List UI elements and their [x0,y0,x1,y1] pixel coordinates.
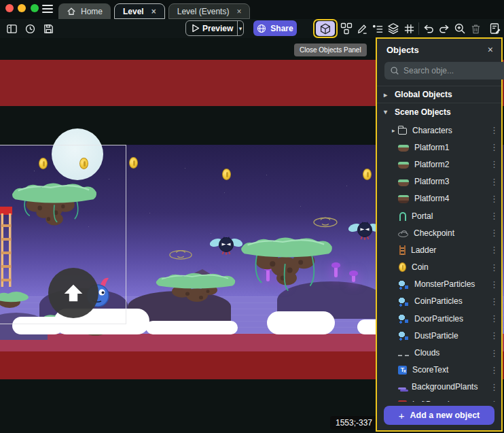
objects-panel-toggle-highlight [313,19,338,38]
redo-icon[interactable] [438,22,450,35]
tab-level[interactable]: Level × [114,3,165,19]
panels-icon[interactable] [5,22,18,35]
section-global-objects[interactable]: ▸ Global Objects [377,86,501,103]
object-label: Platform3 [414,177,490,186]
instances-icon[interactable] [340,22,353,35]
object-menu-button[interactable]: ⋮ [490,313,497,324]
objects-list: ▸Characters⋮Platform1⋮Platform2⋮Platform… [377,120,501,402]
play-icon [192,24,200,33]
object-row-Platform1[interactable]: Platform1⋮ [377,139,501,156]
object-row-MonsterParticles[interactable]: MonsterParticles⋮ [377,276,501,293]
object-row-Platform2[interactable]: Platform2⋮ [377,156,501,173]
object-label: ScoreText [412,365,490,375]
history-icon[interactable] [24,22,36,35]
checkpoint-icon [398,232,408,237]
add-object-label: Add a new object [410,411,480,420]
close-window-button[interactable] [5,4,14,12]
cloud-sprite [146,321,238,334]
object-row-Clouds[interactable]: Clouds⋮ [377,344,501,361]
object-row-DustParticle[interactable]: DustParticle⋮ [377,327,501,344]
object-label: Platform4 [414,194,490,203]
object-menu-button[interactable]: ⋮ [490,159,497,169]
clouds-icon [398,355,409,356]
object-label: Platform2 [414,160,490,169]
objects-panel-icon[interactable] [316,21,335,36]
ladder-icon [399,245,406,255]
object-menu-button[interactable]: ⋮ [490,262,497,273]
object-menu-button[interactable]: ⋮ [490,177,497,187]
coin-sprite[interactable] [129,157,138,169]
object-row-DoorParticles[interactable]: DoorParticles⋮ [377,310,501,327]
object-row-Platform4[interactable]: Platform4⋮ [377,190,501,207]
platform2-sprite[interactable] [155,269,236,309]
close-panel-icon[interactable]: × [488,44,493,55]
object-menu-button[interactable]: ⋮ [490,365,497,375]
preview-button[interactable]: Preview ▾ [185,20,244,36]
share-label: Share [270,24,293,33]
pencil-icon[interactable] [356,22,368,35]
platform-grass-icon [398,179,409,186]
tab-label: Level (Events) [177,7,230,16]
object-menu-button[interactable]: ⋮ [490,125,497,135]
plus-icon: + [399,410,405,421]
object-row-LeftBoundary[interactable]: LeftBoundary⋮ [377,396,501,402]
object-label: Platform1 [414,143,490,152]
search-box[interactable] [384,62,504,80]
object-menu-button[interactable]: ⋮ [490,382,497,392]
platform-grass-icon [398,145,409,152]
menu-hamburger-icon[interactable] [42,5,53,14]
add-object-button[interactable]: + Add a new object [384,406,494,425]
tab-level-events[interactable]: Level (Events) × [168,3,251,19]
coin-sprite[interactable] [222,169,231,180]
coin-sprite[interactable] [363,169,372,180]
object-label: Ladder [411,245,490,255]
object-menu-button[interactable]: ⋮ [490,399,497,402]
close-tab-icon[interactable]: × [236,7,241,16]
tab-bar: Home Level × Level (Events) × [58,3,250,19]
object-menu-button[interactable]: ⋮ [490,228,497,238]
particles-icon [398,331,409,341]
section-scene-objects[interactable]: ▾ Scene Objects [377,103,501,120]
object-row-ScoreText[interactable]: TScoreText⋮ [377,362,501,379]
object-menu-button[interactable]: ⋮ [490,245,497,255]
chevron-right-icon: ▸ [384,91,389,99]
maximize-window-button[interactable] [31,4,39,12]
trash-icon[interactable] [469,22,482,35]
object-menu-button[interactable]: ⋮ [490,330,497,341]
chevron-down-icon[interactable]: ▾ [238,25,243,32]
zoom-in-icon[interactable] [454,22,466,35]
grid-icon[interactable] [403,22,415,35]
search-input[interactable] [403,66,504,75]
share-button[interactable]: Share [253,20,297,36]
object-menu-button[interactable]: ⋮ [490,194,497,204]
object-row-Portal[interactable]: Portal⋮ [377,207,501,224]
undo-icon[interactable] [422,22,435,35]
properties-icon[interactable] [372,22,384,35]
minimize-window-button[interactable] [18,4,26,12]
object-row-Characters[interactable]: ▸Characters⋮ [377,122,501,139]
object-label: BackgroundPlants [412,382,490,392]
object-row-Ladder[interactable]: Ladder⋮ [377,241,501,258]
close-tab-icon[interactable]: × [151,7,156,16]
object-row-Platform3[interactable]: Platform3⋮ [377,173,501,190]
object-row-BackgroundPlants[interactable]: BackgroundPlants⋮ [377,379,501,396]
save-icon[interactable] [42,22,54,35]
object-label: CoinParticles [414,296,490,306]
object-menu-button[interactable]: ⋮ [490,348,497,358]
mushroom-sprite [334,266,338,277]
platform3-sprite[interactable] [240,232,334,303]
object-row-Coin[interactable]: Coin⋮ [377,259,501,276]
object-menu-button[interactable]: ⋮ [490,211,497,221]
object-menu-button[interactable]: ⋮ [490,279,497,290]
bat-monster-sprite[interactable] [210,234,242,256]
chevron-right-icon[interactable]: ▸ [392,127,398,134]
tab-home[interactable]: Home [58,3,111,19]
selection-rectangle[interactable] [0,145,126,324]
object-row-CoinParticles[interactable]: CoinParticles⋮ [377,293,501,310]
mushroom-sprite [352,275,355,282]
object-menu-button[interactable]: ⋮ [490,296,497,307]
object-menu-button[interactable]: ⋮ [490,142,497,152]
layers-icon[interactable] [387,22,399,35]
events-sheet-icon[interactable] [489,22,501,35]
object-row-Checkpoint[interactable]: Checkpoint⋮ [377,224,501,241]
